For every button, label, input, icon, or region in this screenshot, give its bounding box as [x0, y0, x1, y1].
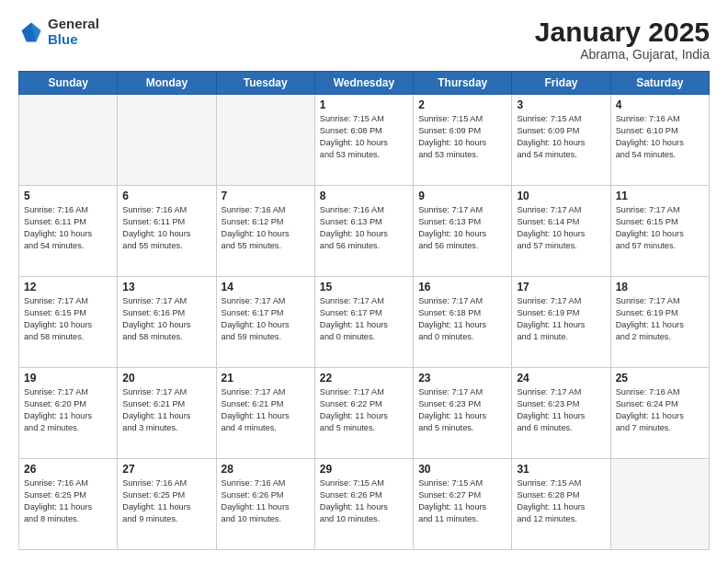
cell-details: Sunrise: 7:15 AMSunset: 6:08 PMDaylight:…: [320, 113, 408, 161]
logo-text: General Blue: [48, 17, 99, 47]
cell-details: Sunrise: 7:17 AMSunset: 6:22 PMDaylight:…: [320, 386, 408, 434]
calendar-table: SundayMondayTuesdayWednesdayThursdayFrid…: [18, 71, 710, 550]
calendar-cell: 2Sunrise: 7:15 AMSunset: 6:09 PMDaylight…: [414, 95, 512, 186]
day-number: 7: [222, 190, 310, 202]
calendar-cell: 11Sunrise: 7:17 AMSunset: 6:15 PMDayligh…: [610, 186, 709, 277]
day-number: 16: [418, 281, 506, 293]
cell-details: Sunrise: 7:17 AMSunset: 6:23 PMDaylight:…: [517, 386, 605, 434]
calendar-cell: [19, 95, 118, 186]
day-number: 18: [616, 281, 704, 293]
day-number: 21: [222, 372, 310, 385]
day-number: 24: [517, 372, 605, 385]
cell-details: Sunrise: 7:17 AMSunset: 6:23 PMDaylight:…: [418, 386, 506, 434]
day-number: 3: [517, 98, 605, 111]
cell-details: Sunrise: 7:16 AMSunset: 6:26 PMDaylight:…: [222, 477, 310, 525]
day-number: 5: [24, 190, 112, 202]
day-number: 23: [418, 372, 506, 385]
day-number: 13: [122, 281, 210, 293]
day-number: 17: [517, 281, 605, 293]
day-number: 30: [418, 463, 506, 476]
page: General Blue January 2025 Abrama, Gujara…: [0, 0, 728, 563]
calendar-cell: 19Sunrise: 7:17 AMSunset: 6:20 PMDayligh…: [19, 368, 118, 459]
cell-details: Sunrise: 7:17 AMSunset: 6:15 PMDaylight:…: [24, 295, 112, 343]
day-number: 29: [320, 463, 408, 476]
cell-details: Sunrise: 7:17 AMSunset: 6:19 PMDaylight:…: [616, 295, 704, 343]
calendar-cell: 12Sunrise: 7:17 AMSunset: 6:15 PMDayligh…: [19, 277, 118, 368]
cell-details: Sunrise: 7:15 AMSunset: 6:09 PMDaylight:…: [418, 113, 506, 161]
calendar-cell: 28Sunrise: 7:16 AMSunset: 6:26 PMDayligh…: [216, 459, 314, 550]
calendar-cell: 26Sunrise: 7:16 AMSunset: 6:25 PMDayligh…: [19, 459, 118, 550]
cell-details: Sunrise: 7:16 AMSunset: 6:24 PMDaylight:…: [616, 386, 704, 434]
calendar-cell: 22Sunrise: 7:17 AMSunset: 6:22 PMDayligh…: [314, 368, 413, 459]
day-number: 12: [24, 281, 112, 293]
calendar-cell: 25Sunrise: 7:16 AMSunset: 6:24 PMDayligh…: [610, 368, 709, 459]
day-header-thursday: Thursday: [414, 72, 512, 95]
calendar-cell: 3Sunrise: 7:15 AMSunset: 6:09 PMDaylight…: [512, 95, 610, 186]
calendar-cell: 6Sunrise: 7:16 AMSunset: 6:11 PMDaylight…: [118, 186, 216, 277]
day-header-monday: Monday: [118, 72, 216, 95]
cell-details: Sunrise: 7:16 AMSunset: 6:10 PMDaylight:…: [616, 113, 704, 161]
cell-details: Sunrise: 7:16 AMSunset: 6:13 PMDaylight:…: [320, 204, 408, 252]
calendar-cell: 17Sunrise: 7:17 AMSunset: 6:19 PMDayligh…: [512, 277, 610, 368]
day-number: 22: [320, 372, 408, 385]
logo-blue-text: Blue: [48, 32, 99, 48]
calendar-cell: 23Sunrise: 7:17 AMSunset: 6:23 PMDayligh…: [414, 368, 512, 459]
calendar-cell: 24Sunrise: 7:17 AMSunset: 6:23 PMDayligh…: [512, 368, 610, 459]
calendar-cell: 27Sunrise: 7:16 AMSunset: 6:25 PMDayligh…: [118, 459, 216, 550]
day-header-saturday: Saturday: [610, 72, 709, 95]
logo: General Blue: [18, 17, 99, 47]
calendar-cell: 9Sunrise: 7:17 AMSunset: 6:13 PMDaylight…: [414, 186, 512, 277]
day-header-wednesday: Wednesday: [314, 72, 413, 95]
cell-details: Sunrise: 7:16 AMSunset: 6:25 PMDaylight:…: [24, 477, 112, 525]
cell-details: Sunrise: 7:16 AMSunset: 6:12 PMDaylight:…: [222, 204, 310, 252]
calendar-cell: 13Sunrise: 7:17 AMSunset: 6:16 PMDayligh…: [118, 277, 216, 368]
day-number: 15: [320, 281, 408, 293]
calendar-cell: 5Sunrise: 7:16 AMSunset: 6:11 PMDaylight…: [19, 186, 118, 277]
calendar-cell: 8Sunrise: 7:16 AMSunset: 6:13 PMDaylight…: [314, 186, 413, 277]
day-number: 27: [122, 463, 210, 476]
cell-details: Sunrise: 7:15 AMSunset: 6:28 PMDaylight:…: [517, 477, 605, 525]
title-block: January 2025 Abrama, Gujarat, India: [535, 17, 710, 62]
day-header-tuesday: Tuesday: [216, 72, 314, 95]
day-number: 28: [222, 463, 310, 476]
day-header-friday: Friday: [512, 72, 610, 95]
cell-details: Sunrise: 7:17 AMSunset: 6:14 PMDaylight:…: [517, 204, 605, 252]
day-number: 6: [122, 190, 210, 202]
calendar-week-2: 12Sunrise: 7:17 AMSunset: 6:15 PMDayligh…: [19, 277, 710, 368]
logo-icon: [18, 19, 44, 45]
calendar-cell: [610, 459, 709, 550]
day-number: 11: [616, 190, 704, 202]
cell-details: Sunrise: 7:17 AMSunset: 6:21 PMDaylight:…: [122, 386, 210, 434]
calendar-cell: 7Sunrise: 7:16 AMSunset: 6:12 PMDaylight…: [216, 186, 314, 277]
calendar-week-4: 26Sunrise: 7:16 AMSunset: 6:25 PMDayligh…: [19, 459, 710, 550]
location-subtitle: Abrama, Gujarat, India: [535, 47, 710, 62]
cell-details: Sunrise: 7:17 AMSunset: 6:15 PMDaylight:…: [616, 204, 704, 252]
cell-details: Sunrise: 7:17 AMSunset: 6:21 PMDaylight:…: [222, 386, 310, 434]
cell-details: Sunrise: 7:16 AMSunset: 6:11 PMDaylight:…: [24, 204, 112, 252]
calendar-week-0: 1Sunrise: 7:15 AMSunset: 6:08 PMDaylight…: [19, 95, 710, 186]
day-number: 1: [320, 98, 408, 111]
calendar-cell: 15Sunrise: 7:17 AMSunset: 6:17 PMDayligh…: [314, 277, 413, 368]
cell-details: Sunrise: 7:17 AMSunset: 6:17 PMDaylight:…: [222, 295, 310, 343]
calendar-cell: 30Sunrise: 7:15 AMSunset: 6:27 PMDayligh…: [414, 459, 512, 550]
day-number: 4: [616, 98, 704, 111]
cell-details: Sunrise: 7:17 AMSunset: 6:17 PMDaylight:…: [320, 295, 408, 343]
cell-details: Sunrise: 7:16 AMSunset: 6:25 PMDaylight:…: [122, 477, 210, 525]
day-number: 10: [517, 190, 605, 202]
day-number: 9: [418, 190, 506, 202]
day-number: 20: [122, 372, 210, 385]
cell-details: Sunrise: 7:15 AMSunset: 6:27 PMDaylight:…: [418, 477, 506, 525]
calendar-cell: 29Sunrise: 7:15 AMSunset: 6:26 PMDayligh…: [314, 459, 413, 550]
header: General Blue January 2025 Abrama, Gujara…: [18, 17, 710, 62]
day-header-sunday: Sunday: [19, 72, 118, 95]
cell-details: Sunrise: 7:17 AMSunset: 6:20 PMDaylight:…: [24, 386, 112, 434]
cell-details: Sunrise: 7:16 AMSunset: 6:11 PMDaylight:…: [122, 204, 210, 252]
cell-details: Sunrise: 7:15 AMSunset: 6:26 PMDaylight:…: [320, 477, 408, 525]
day-number: 19: [24, 372, 112, 385]
calendar-cell: 31Sunrise: 7:15 AMSunset: 6:28 PMDayligh…: [512, 459, 610, 550]
calendar-cell: 18Sunrise: 7:17 AMSunset: 6:19 PMDayligh…: [610, 277, 709, 368]
day-number: 2: [418, 98, 506, 111]
calendar-cell: [216, 95, 314, 186]
day-number: 31: [517, 463, 605, 476]
calendar-cell: 10Sunrise: 7:17 AMSunset: 6:14 PMDayligh…: [512, 186, 610, 277]
